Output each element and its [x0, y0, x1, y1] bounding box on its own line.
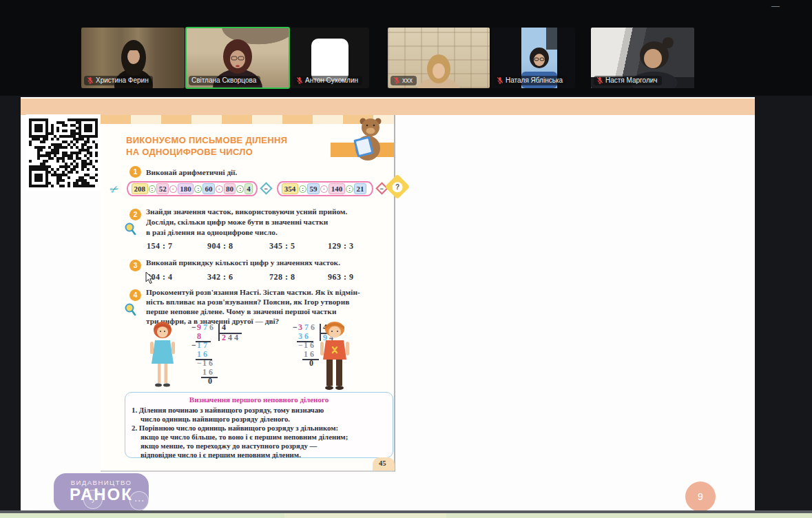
participant-tile-svitlana-active-speaker[interactable]: Світлана Скворцова [186, 28, 289, 88]
rule-line: 1. Ділення починаю з найвищого розряду, … [132, 406, 324, 414]
exercise-value: 345 : 5 [269, 241, 295, 251]
participant-tile-xxx[interactable]: xxx [388, 28, 490, 88]
divide-operator: : [236, 185, 244, 193]
multiply-operator: · [169, 185, 177, 193]
exercise-value: 129 : 3 [328, 241, 354, 251]
page-number: 45 [379, 459, 386, 467]
task4-line: Прокоментуй розв'язання Насті. Зістав ча… [146, 288, 360, 296]
exercise-value: 904 : 8 [207, 241, 233, 251]
magnifier-icon [124, 222, 136, 236]
textbook-page: ВИКОНУЄМО ПИСЬМОВЕ ДІЛЕННЯ НА ОДНОЦИФРОВ… [101, 115, 395, 472]
rule-line: якщо менше, то переходжу до наступного р… [140, 442, 317, 450]
participant-tile-natalia[interactable]: Наталя Яблінська [491, 28, 575, 88]
mic-muted-icon [596, 76, 603, 84]
question-mark: ? [393, 182, 403, 192]
participant-name-pill: Світлана Скворцова [189, 76, 260, 85]
division-work-left: − 9 7 6 4 2 44 8 − 17 16 − 16 16 0 [191, 323, 247, 388]
next-slide-button[interactable]: › [83, 490, 103, 509]
magnifier-icon [124, 303, 136, 316]
divide-operator: : [194, 185, 202, 193]
participant-name-pill: Наталя Яблінська [494, 76, 567, 85]
participant-tile-khrystyna[interactable]: Христина Ферин [81, 28, 185, 88]
task4-line: ність впливає на розв'язування? Поясни, … [146, 298, 349, 306]
chain1-value: 208 [132, 183, 148, 194]
participant-name: Настя Марголич [605, 76, 658, 84]
multiply-operator: · [320, 185, 328, 193]
task2-line: в разі ділення на одноцифрове число. [146, 228, 278, 236]
participant-name-pill: Антон Сухомлин [293, 76, 362, 85]
rule-line: відповідне число і є першим неповним діл… [140, 450, 301, 459]
divide-operator: : [346, 185, 353, 193]
task-number-1: 1 [129, 166, 141, 178]
slide-page-indicator: 9 [685, 481, 716, 512]
participant-name: xxx [402, 76, 413, 84]
girl-illustration [147, 321, 178, 390]
task3-line: Виконай прикидку кількості цифр у значен… [146, 258, 340, 267]
more-options-button[interactable]: ⋯ [129, 491, 149, 510]
mic-muted-icon [393, 76, 400, 84]
rule-box-title: Визначення першого неповного діленого [125, 395, 393, 404]
chevron-left-icon: ‹ [30, 494, 33, 506]
task2-line: Досліди, скільки цифр може бути в значен… [146, 218, 328, 226]
participant-name: Світлана Скворцова [191, 76, 256, 84]
participant-name: Антон Сухомлин [305, 76, 358, 84]
participant-name: Наталя Яблінська [506, 76, 563, 84]
chain1-value: 52 [156, 183, 169, 194]
exercise-value: 342 : 6 [207, 272, 233, 282]
task4-line: перше неповне ділене. Чому в значенні пе… [146, 307, 336, 315]
mouse-cursor [145, 272, 154, 284]
chain1-value: 180 [178, 183, 194, 194]
video-strip: Христина Ферин Світлана Скворцова Антон … [0, 0, 812, 96]
chain1-value: 60 [202, 183, 215, 194]
mic-muted-icon [87, 76, 94, 84]
zoom-meeting-window: Христина Ферин Світлана Скворцова Антон … [0, 0, 812, 518]
chain-connector-diamond: − [260, 182, 272, 194]
scissors-icon: ✂ [108, 182, 122, 197]
chevron-right-icon: › [92, 494, 95, 506]
rule-box: Визначення першого неповного діленого 1.… [125, 392, 393, 458]
qr-code [26, 114, 101, 191]
exercise-value: 728 : 8 [269, 272, 295, 282]
task2-line: Знайди значення часток, використовуючи у… [146, 207, 347, 216]
mic-muted-icon [497, 76, 503, 84]
bear-mascot-icon [350, 116, 386, 161]
participant-name-pill: Настя Марголич [594, 76, 662, 85]
participant-tile-nastia[interactable]: Настя Марголич [591, 28, 694, 88]
chain1-value: 80 [224, 183, 236, 194]
page-title-line2: НА ОДНОЦИФРОВЕ ЧИСЛО [126, 147, 253, 157]
taskbar-strip [0, 513, 812, 518]
chain2-value: 354 [282, 183, 298, 194]
divide-operator: : [149, 185, 156, 193]
exercise-value: 963 : 9 [328, 272, 354, 282]
participant-name-pill: Христина Ферин [84, 76, 153, 85]
avatar-placeholder [311, 39, 348, 81]
number-chain-2: 354 : 59 · 140 : 21 [277, 181, 373, 196]
task-number-4: 4 [129, 289, 141, 301]
exercise-value: 154 : 7 [147, 241, 173, 251]
mic-muted-icon [296, 76, 303, 84]
participant-tile-anton[interactable]: Антон Сухомлин [291, 28, 369, 88]
rule-line: число одиниць найвищого розряду діленого… [140, 415, 290, 423]
multiply-operator: · [216, 185, 223, 193]
window-minimize-dash[interactable]: — [771, 1, 780, 11]
ellipsis-icon: ⋯ [134, 495, 145, 507]
participant-name-pill: xxx [391, 76, 417, 85]
task-number-2: 2 [129, 209, 141, 220]
participant-name: Христина Ферин [96, 76, 149, 84]
chain2-value: 59 [307, 183, 320, 194]
rule-line: 2. Порівнюю число одиниць найвищого розр… [132, 424, 338, 432]
chain2-value: 21 [354, 183, 366, 194]
prev-slide-button[interactable]: ‹ [21, 490, 41, 509]
divide-operator: : [299, 185, 306, 193]
task-number-3: 3 [129, 260, 141, 271]
task1-text: Виконай арифметичні дії. [146, 168, 237, 176]
page-title-line1: ВИКОНУЄМО ПИСЬМОВЕ ДІЛЕННЯ [126, 135, 287, 145]
qr-code-canvas [29, 118, 98, 187]
chain1-value: 4 [244, 183, 253, 194]
rule-line: якщо це число більше, то воно і є першим… [140, 433, 348, 441]
number-chain-1: 208 : 52 · 180 : 60 · 80 : 4 [127, 181, 258, 196]
boy-illustration [317, 321, 353, 393]
slide-header-band [21, 99, 755, 115]
chain2-value: 140 [329, 183, 345, 194]
